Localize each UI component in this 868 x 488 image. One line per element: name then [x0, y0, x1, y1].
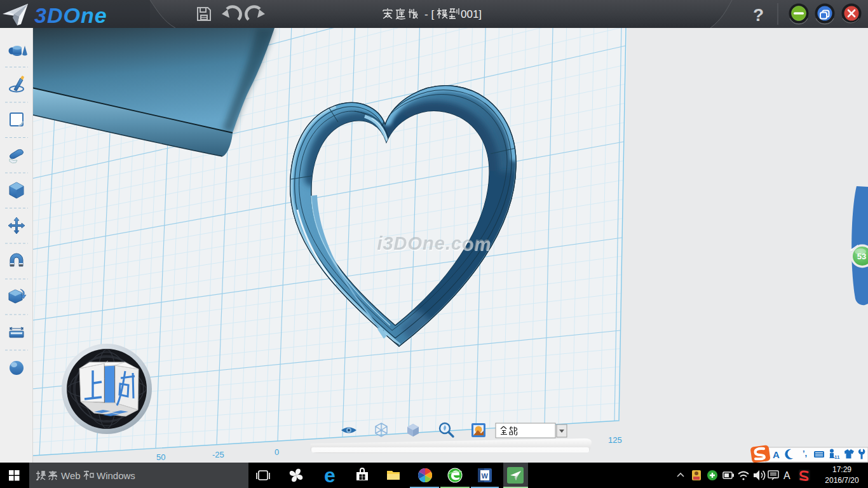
svg-text:A: A: [773, 449, 780, 460]
svg-text:’,: ’,: [803, 449, 807, 458]
svg-text:W: W: [482, 472, 489, 480]
svg-text:53: 53: [857, 252, 866, 261]
svg-text:?: ?: [753, 5, 764, 25]
svg-text:i3DOne.com: i3DOne.com: [377, 233, 491, 254]
svg-text:A: A: [783, 470, 790, 481]
svg-text:3DOne: 3DOne: [34, 3, 107, 27]
svg-text:50: 50: [156, 452, 165, 462]
svg-text:- [: - [: [424, 8, 434, 20]
svg-text:-25: -25: [212, 450, 224, 459]
svg-text:0: 0: [275, 447, 279, 457]
svg-text:001]: 001]: [461, 8, 482, 20]
svg-text:125: 125: [608, 435, 622, 445]
svg-text:11: 11: [834, 454, 840, 460]
svg-text:e: e: [324, 464, 336, 487]
